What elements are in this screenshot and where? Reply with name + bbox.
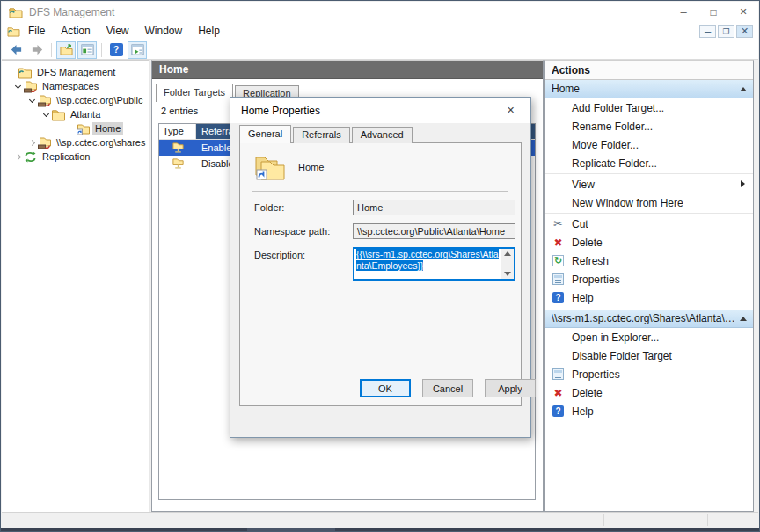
forward-icon[interactable] bbox=[27, 41, 47, 59]
mdi-minimize-button[interactable] bbox=[699, 25, 716, 38]
status-bar bbox=[2, 512, 758, 528]
action-open-in-explorer[interactable]: Open in Explorer... bbox=[545, 328, 753, 346]
minimize-button[interactable] bbox=[669, 2, 698, 22]
action-new-window-from-here[interactable]: New Window from Here bbox=[545, 193, 753, 212]
action-label: New Window from Here bbox=[572, 197, 683, 209]
window-title: DFS Management bbox=[29, 6, 114, 18]
taskbar-icons-hint bbox=[247, 528, 335, 531]
action-rename-folder[interactable]: Rename Folder... bbox=[545, 117, 753, 135]
folder-properties-icon bbox=[254, 154, 286, 180]
tree-item-home[interactable]: Home bbox=[2, 121, 149, 135]
dialog-tab-referrals[interactable]: Referrals bbox=[293, 127, 350, 143]
action-label: View bbox=[572, 179, 595, 191]
menu-window[interactable]: Window bbox=[137, 22, 191, 40]
action-label: Open in Explorer... bbox=[572, 332, 659, 344]
chevron-collapsed-icon[interactable] bbox=[12, 151, 23, 162]
namespace-path-value: \\sp.cctec.org\Public\Atlanta\Home bbox=[353, 223, 515, 239]
dialog-tab-general[interactable]: General bbox=[239, 125, 291, 143]
export-list-icon[interactable] bbox=[56, 41, 76, 59]
delete-icon bbox=[552, 386, 565, 399]
menu-help[interactable]: Help bbox=[190, 22, 228, 40]
tree-item-label: Namespaces bbox=[40, 80, 101, 92]
tree-item-label: \\sp.cctec.org\shares bbox=[54, 136, 149, 149]
chevron-expanded-icon[interactable] bbox=[40, 109, 51, 120]
description-label: Description: bbox=[254, 247, 353, 281]
close-button[interactable] bbox=[728, 2, 758, 22]
taskbar-edge bbox=[1, 528, 759, 531]
expander-none bbox=[65, 123, 76, 134]
description-scrollbar[interactable] bbox=[501, 249, 514, 279]
action-cut[interactable]: Cut bbox=[545, 215, 753, 233]
actions-section-label: \\srs-m1.sp.cctec.org\Shares\Atlanta\Emp… bbox=[552, 312, 736, 324]
action-replicate-folder[interactable]: Replicate Folder... bbox=[545, 154, 753, 172]
scroll-down-icon[interactable] bbox=[504, 272, 511, 276]
show-console-tree-icon[interactable] bbox=[77, 41, 97, 59]
column-header-type[interactable]: Type bbox=[159, 124, 196, 139]
expander-none bbox=[7, 67, 18, 77]
tree-item-dfs-management[interactable]: DFS Management bbox=[2, 65, 149, 79]
action-label: Help bbox=[572, 405, 594, 418]
properties-icon bbox=[552, 368, 565, 381]
tree-item-namespace-shares[interactable]: \\sp.cctec.org\shares bbox=[2, 135, 149, 149]
collapse-arrow-icon bbox=[740, 87, 747, 91]
dfs-console-icon bbox=[18, 66, 33, 79]
action-delete-target[interactable]: Delete bbox=[545, 383, 753, 402]
new-window-icon[interactable] bbox=[128, 41, 147, 59]
tree-item-replication[interactable]: Replication bbox=[2, 149, 149, 164]
cut-icon bbox=[552, 217, 565, 230]
dialog-tab-advanced[interactable]: Advanced bbox=[352, 127, 413, 143]
action-view[interactable]: View bbox=[545, 175, 753, 193]
dfs-management-window: DFS Management File Action View Window H… bbox=[0, 0, 760, 532]
description-textarea[interactable]: {{\\srs-m1.sp.cctec.org\Shares\Atlanta\E… bbox=[353, 247, 515, 281]
tab-folder-targets[interactable]: Folder Targets bbox=[156, 84, 233, 102]
chevron-expanded-icon[interactable] bbox=[12, 81, 23, 91]
namespace-icon bbox=[37, 94, 52, 107]
scroll-up-icon[interactable] bbox=[504, 251, 511, 256]
description-selected-text: {{\\srs-m1.sp.cctec.org\Shares\Atlanta\E… bbox=[356, 249, 499, 271]
mdi-close-button[interactable] bbox=[736, 25, 753, 38]
dialog-title-bar: Home Properties bbox=[230, 98, 530, 123]
collapse-arrow-icon bbox=[740, 317, 747, 321]
dialog-folder-name: Home bbox=[298, 162, 324, 172]
help-icon[interactable] bbox=[106, 41, 126, 59]
maximize-button[interactable] bbox=[698, 2, 728, 22]
status-separator bbox=[603, 514, 604, 526]
apply-button[interactable]: Apply bbox=[485, 379, 536, 397]
tree-item-namespaces[interactable]: Namespaces bbox=[2, 79, 149, 93]
action-disable-folder-target[interactable]: Disable Folder Target bbox=[545, 346, 753, 365]
dialog-close-icon[interactable] bbox=[491, 98, 530, 123]
action-add-folder-target[interactable]: Add Folder Target... bbox=[545, 98, 753, 117]
tree-item-label: \\sp.cctec.org\Public bbox=[54, 94, 145, 106]
ok-button[interactable]: OK bbox=[360, 379, 411, 397]
divider bbox=[252, 191, 508, 192]
panel-splitter[interactable] bbox=[149, 60, 150, 512]
menu-view[interactable]: View bbox=[99, 22, 137, 40]
chevron-expanded-icon[interactable] bbox=[26, 95, 37, 106]
back-icon[interactable] bbox=[6, 41, 26, 59]
actions-section-folder-target[interactable]: \\srs-m1.sp.cctec.org\Shares\Atlanta\Emp… bbox=[545, 310, 753, 328]
home-properties-dialog: Home Properties General Referrals Advanc… bbox=[230, 97, 531, 438]
tree-item-label: Atlanta bbox=[68, 108, 103, 120]
tree-item-atlanta[interactable]: Atlanta bbox=[2, 107, 149, 121]
action-label: Cut bbox=[572, 218, 588, 230]
cancel-button[interactable]: Cancel bbox=[422, 379, 473, 397]
replication-icon bbox=[23, 150, 38, 164]
action-help[interactable]: Help bbox=[545, 288, 753, 307]
action-help-target[interactable]: Help bbox=[545, 402, 753, 420]
delete-icon bbox=[552, 236, 565, 249]
menu-action[interactable]: Action bbox=[53, 22, 98, 40]
folder-link-icon bbox=[76, 122, 91, 135]
tree-item-namespace-public[interactable]: \\sp.cctec.org\Public bbox=[2, 93, 149, 107]
action-move-folder[interactable]: Move Folder... bbox=[545, 135, 753, 154]
console-child-icon bbox=[7, 26, 20, 37]
actions-section-home[interactable]: Home bbox=[545, 80, 753, 98]
actions-separator bbox=[545, 173, 753, 174]
action-refresh[interactable]: Refresh bbox=[545, 251, 753, 270]
chevron-collapsed-icon[interactable] bbox=[26, 137, 37, 148]
action-delete[interactable]: Delete bbox=[545, 233, 753, 251]
status-separator bbox=[707, 514, 708, 526]
mdi-restore-button[interactable] bbox=[718, 25, 734, 38]
menu-file[interactable]: File bbox=[20, 22, 53, 40]
action-properties[interactable]: Properties bbox=[545, 270, 753, 288]
action-properties-target[interactable]: Properties bbox=[545, 365, 753, 383]
